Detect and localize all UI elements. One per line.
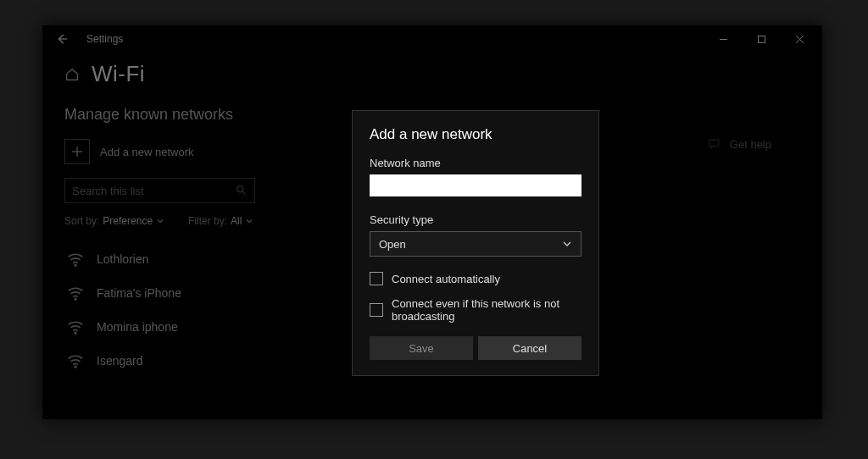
add-network-label: Add a new network xyxy=(100,146,194,158)
connect-auto-label: Connect automatically xyxy=(392,273,500,285)
close-button[interactable] xyxy=(781,26,819,52)
connect-hidden-checkbox[interactable]: Connect even if this network is not broa… xyxy=(370,297,581,323)
svg-point-11 xyxy=(75,366,76,368)
security-type-label: Security type xyxy=(370,213,581,226)
maximize-button[interactable] xyxy=(743,26,781,52)
save-button[interactable]: Save xyxy=(370,336,473,360)
minimize-button[interactable] xyxy=(704,26,743,52)
dialog-title: Add a new network xyxy=(370,126,581,143)
page-header: Wi-Fi xyxy=(64,61,403,87)
get-help-link[interactable]: Get help xyxy=(708,137,771,151)
svg-point-9 xyxy=(75,298,76,300)
network-name-input[interactable] xyxy=(370,174,581,196)
wifi-icon xyxy=(66,318,85,336)
sort-value: Preference xyxy=(103,215,153,227)
checkbox-icon xyxy=(370,303,383,317)
cancel-button[interactable]: Cancel xyxy=(478,336,581,360)
chevron-down-icon xyxy=(156,217,164,225)
svg-rect-1 xyxy=(759,36,765,42)
search-box[interactable] xyxy=(64,178,255,203)
wifi-icon xyxy=(66,351,85,370)
help-label: Get help xyxy=(730,138,771,151)
search-icon xyxy=(236,185,248,196)
svg-line-7 xyxy=(242,191,245,194)
svg-point-10 xyxy=(75,332,76,334)
back-button[interactable] xyxy=(54,31,70,47)
svg-point-6 xyxy=(237,186,243,192)
network-name: Isengard xyxy=(97,354,142,368)
home-icon[interactable] xyxy=(64,67,80,82)
page-title: Wi-Fi xyxy=(92,61,145,87)
connect-hidden-label: Connect even if this network is not broa… xyxy=(392,297,581,323)
chat-icon xyxy=(708,137,721,151)
security-type-select[interactable]: Open xyxy=(370,231,581,257)
svg-point-8 xyxy=(75,264,76,266)
sort-label: Sort by: xyxy=(64,215,99,227)
titlebar: Settings xyxy=(42,25,822,53)
network-name-label: Network name xyxy=(370,157,581,169)
chevron-down-icon xyxy=(562,239,572,249)
filter-label: Filter by: xyxy=(188,215,227,227)
filter-dropdown[interactable]: Filter by: All xyxy=(188,215,253,227)
dialog-buttons: Save Cancel xyxy=(370,336,581,360)
filter-value: All xyxy=(231,215,242,227)
window-title: Settings xyxy=(86,33,123,45)
add-network-dialog: Add a new network Network name Security … xyxy=(352,110,599,376)
checkbox-icon xyxy=(370,272,383,285)
network-name: Fatima's iPhone xyxy=(97,286,181,300)
plus-icon xyxy=(64,139,90,164)
wifi-icon xyxy=(66,284,85,302)
network-name: Momina iphone xyxy=(97,320,178,334)
search-input[interactable] xyxy=(72,185,236,197)
connect-auto-checkbox[interactable]: Connect automatically xyxy=(370,272,581,285)
sort-dropdown[interactable]: Sort by: Preference xyxy=(64,215,164,227)
wifi-icon xyxy=(66,250,85,268)
window-controls xyxy=(704,26,819,52)
chevron-down-icon xyxy=(245,217,253,225)
network-name: Lothlorien xyxy=(97,252,149,266)
settings-window: Settings Wi-Fi Manage k xyxy=(42,25,822,419)
security-type-value: Open xyxy=(379,238,406,251)
